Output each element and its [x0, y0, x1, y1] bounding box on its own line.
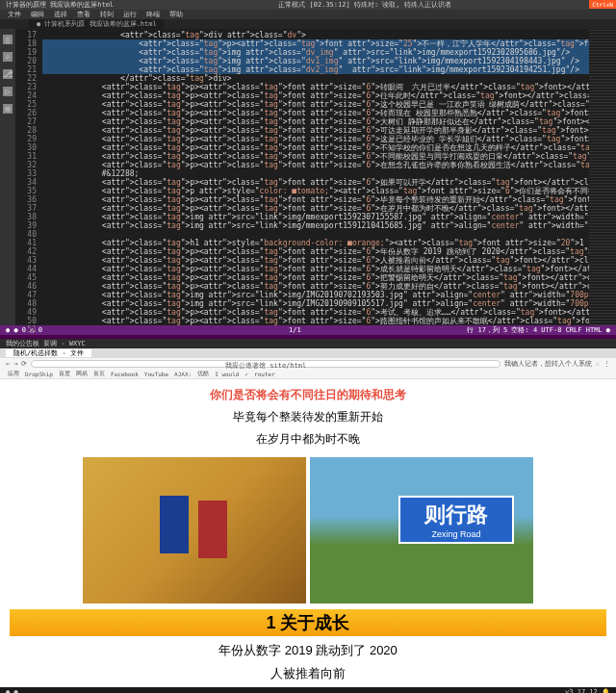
address-bar[interactable]: 我应公道著馆 site/html [31, 360, 500, 368]
files-icon[interactable]: ▯ [3, 35, 13, 44]
bm-6[interactable]: YouTube [144, 371, 168, 377]
ide-title: 计算器的原理 我应该希的蓝屏html [6, 0, 114, 10]
taskbar-left[interactable]: ● ● [6, 688, 18, 693]
star-icon[interactable]: ☆ [596, 360, 600, 368]
os-taskbar[interactable]: ● ● v3.17.12 🔔 [0, 687, 616, 693]
debug-icon[interactable]: ▷ [3, 87, 13, 96]
code-editor[interactable]: <attr">class="tag">div attr">class="dv">… [42, 29, 589, 325]
subtext-2: 在岁月中都为时不晚 [0, 431, 616, 448]
bm-apps[interactable]: 应用 [8, 370, 19, 378]
browser-titlebar: 我的公告板 要调 - WXYC [0, 339, 616, 348]
road-sign: 则行路 Zexing Road [398, 496, 514, 544]
browser-pane: 我的公告板 要调 - WXYC 随机/机选择数 - 文件 ← → ⟳ 我应公道著… [0, 339, 616, 687]
sign-cn: 则行路 [400, 500, 512, 529]
browser-tab[interactable]: 随机/机选择数 - 文件 [6, 349, 91, 357]
photo-road-sign: 则行路 Zexing Road [310, 457, 533, 603]
menu-help[interactable]: 帮助 [169, 10, 183, 19]
bookmarks-bar: 应用 DropShip 百度 网易 首页 Facebook YouTube AJ… [0, 370, 616, 379]
search-icon[interactable]: ⌕ [3, 52, 13, 62]
red-headline: 你们是否将会有不同往日的期待和思考 [0, 387, 616, 403]
ide-titlebar: 计算器的原理 我应该希的蓝屏html 正常模式 [02.35:12] 特殊对: … [0, 0, 616, 10]
ext-icon[interactable]: ⊞ [3, 104, 13, 114]
minimap[interactable] [589, 29, 616, 325]
bm-2[interactable]: 百度 [59, 370, 70, 378]
bm-12[interactable]: ✓ [244, 371, 248, 377]
menu-go[interactable]: 转到 [100, 10, 114, 19]
bm-11[interactable]: I would [215, 371, 239, 377]
find-count: 1/1 [289, 326, 301, 334]
browser-toolbar: ← → ⟳ 我应公道著馆 site/html 我确人记者，想转入个人系统 ☆ ⋮ [0, 358, 616, 370]
menu-view[interactable]: 查看 [77, 10, 90, 19]
ide-tab-strip: ● 计算机系列原 我应该希的蓝屏.html [0, 19, 616, 29]
body-line-1: 年份从数字 2019 跳动到了 2020 [0, 642, 616, 659]
menu-run[interactable]: 运行 [123, 10, 137, 19]
section-heading-orange: 1 关于成长 [10, 609, 606, 636]
ide-center-status: 正常模式 [02.35:12] 特殊对: 读取, 特殊人正认识者 [119, 0, 610, 10]
back-icon[interactable]: ← [6, 360, 10, 368]
taskbar-right[interactable]: v3.17.12 🔔 [565, 688, 610, 693]
menu-terminal[interactable]: 终端 [146, 10, 160, 19]
sign-en: Zexing Road [400, 529, 512, 539]
browser-tabstrip: 随机/机选择数 - 文件 [0, 348, 616, 358]
bm-4[interactable]: 首页 [93, 370, 105, 378]
menu-select[interactable]: 选择 [54, 10, 67, 19]
menu-edit[interactable]: 编辑 [31, 10, 44, 19]
photo-reflection [83, 457, 306, 603]
browser-title: 我的公告板 要调 - WXYC [6, 339, 86, 348]
photo-row: 则行路 Zexing Road [0, 457, 616, 603]
ide-pane: 计算器的原理 我应该希的蓝屏html 正常模式 [02.35:12] 特殊对: … [0, 0, 616, 335]
subtext-1: 毕竟每个整装待发的重新开始 [0, 409, 616, 425]
activity-bar: ▯ ⌕ ⎇ ▷ ⊞ [0, 29, 15, 325]
bm-13[interactable]: router [254, 371, 275, 377]
ide-statusbar: ● ● 0 △ 0 1/1 行 17，列 5 空格: 4 UTF-8 CRLF … [0, 325, 616, 335]
status-right[interactable]: 行 17，列 5 空格: 4 UTF-8 CRLF HTML ● [467, 325, 610, 335]
addr-right: 我确人记者，想转入个人系统 [504, 359, 592, 369]
status-left[interactable]: ● ● 0 △ 0 [6, 326, 42, 334]
page-content: 你们是否将会有不同往日的期待和思考 毕竟每个整装待发的重新开始 在岁月中都为时不… [0, 379, 616, 687]
line-gutter: 1718192021222324252627282930313233343536… [15, 29, 42, 325]
menu-file[interactable]: 文件 [8, 10, 21, 19]
menu-icon[interactable]: ⋮ [603, 360, 610, 368]
bm-5[interactable]: Facebook [111, 371, 139, 377]
git-icon[interactable]: ⎇ [3, 69, 13, 79]
ide-menubar: 文件 编辑 选择 查看 转到 运行 终端 帮助 [0, 10, 616, 19]
bm-7[interactable]: AJAX: [174, 371, 192, 377]
editor-tab[interactable]: ● 计算机系列原 我应该希的蓝屏.html [29, 19, 165, 29]
bm-8[interactable]: 优酷 [197, 370, 209, 378]
bm-3[interactable]: 网易 [76, 370, 88, 378]
forward-icon[interactable]: → [13, 360, 17, 368]
hotkey-badge: Ctrl+N [589, 0, 616, 9]
body-line-2: 人被推着向前 [0, 665, 616, 682]
reload-icon[interactable]: ⟳ [21, 360, 27, 368]
bm-1[interactable]: DropShip [25, 371, 53, 377]
